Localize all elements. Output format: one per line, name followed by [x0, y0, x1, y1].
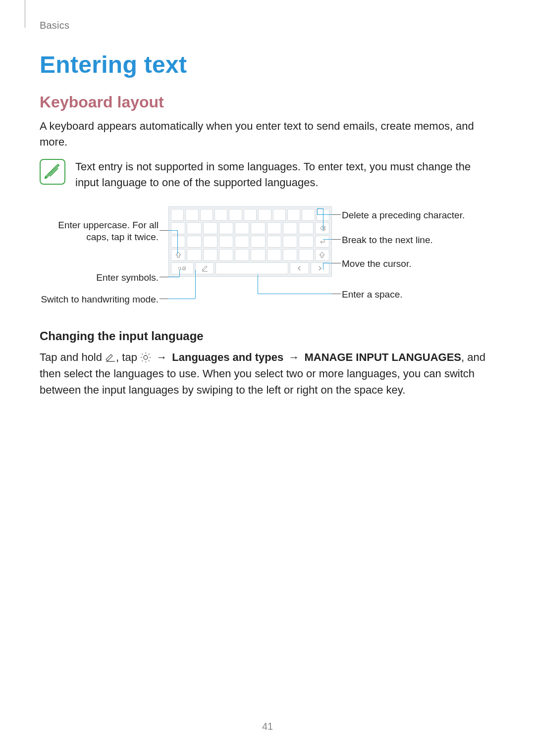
key-backspace [315, 222, 329, 234]
key-generic [299, 222, 313, 234]
breadcrumb: Basics [40, 20, 495, 31]
callout-leader [323, 239, 332, 240]
key-generic [299, 236, 313, 248]
page-number: 41 [0, 721, 535, 732]
key-generic [283, 249, 297, 261]
key-generic [203, 236, 217, 248]
leader-dash [332, 294, 341, 294]
instr-text: , tap [116, 351, 140, 363]
callout-leader [258, 294, 332, 294]
key-generic [283, 222, 297, 234]
key-generic [171, 222, 185, 234]
leader-dash [160, 277, 168, 277]
shift-icon [175, 252, 181, 258]
callout-space: Enter a space. [342, 289, 403, 301]
note-pencil-icon [40, 159, 65, 185]
leader-dash [160, 299, 168, 299]
key-handwriting [195, 262, 214, 274]
key-generic [171, 236, 185, 248]
instr-text: Tap and hold [40, 351, 105, 363]
instr-bold-2: MANAGE INPUT LANGUAGES [304, 351, 461, 363]
key-generic [235, 249, 249, 261]
note-text: Text entry is not supported in some lang… [75, 159, 495, 191]
callout-leader [317, 208, 318, 214]
instr-bold-1: Languages and types [172, 351, 283, 363]
callout-leader [168, 277, 179, 277]
key-generic [219, 249, 233, 261]
callout-leader [177, 230, 178, 254]
handwriting-mode-icon [201, 265, 208, 272]
callout-delete: Delete a preceding character. [342, 209, 465, 222]
page: Basics Entering text Keyboard layout A k… [0, 0, 535, 756]
callout-leader [179, 270, 180, 277]
key-shift [171, 249, 185, 261]
key-generic [235, 222, 249, 234]
callout-cursor: Move the cursor. [342, 258, 411, 270]
key-generic [251, 236, 265, 248]
changing-input-language-paragraph: Tap and hold , tap → Languages and types… [40, 349, 495, 398]
arrow-icon: → [286, 351, 301, 363]
key-generic [267, 249, 281, 261]
key-generic [244, 209, 257, 221]
subheading-changing-input-language: Changing the input language [40, 329, 495, 343]
key-generic [283, 236, 297, 248]
key-generic [267, 236, 281, 248]
key-generic [251, 222, 265, 234]
leader-dash [332, 239, 341, 240]
page-title: Entering text [40, 51, 495, 78]
key-generic [187, 222, 201, 234]
leader-dash [332, 214, 341, 215]
callout-break: Break to the next line. [342, 234, 433, 247]
note-block: Text entry is not supported in some lang… [40, 159, 495, 191]
key-shift [315, 249, 329, 261]
page-side-rule [25, 0, 25, 28]
key-generic [267, 222, 281, 234]
callout-uppercase: Enter uppercase. For all caps, tap it tw… [40, 219, 159, 244]
svg-point-0 [144, 355, 148, 359]
callout-leader [323, 263, 323, 270]
key-cursor-right [311, 262, 329, 274]
key-generic [299, 249, 313, 261]
key-generic [229, 209, 242, 221]
callout-leader [195, 270, 196, 299]
key-generic [258, 209, 271, 221]
key-generic [203, 222, 217, 234]
keyboard-diagram: !1@ Delete [40, 205, 495, 309]
arrow-icon: → [154, 351, 169, 363]
leader-dash [332, 263, 341, 263]
chevron-right-icon [318, 265, 322, 271]
key-generic [273, 209, 286, 221]
key-generic [203, 249, 217, 261]
key-symbols: !1@ [171, 262, 194, 274]
intro-paragraph: A keyboard appears automatically when yo… [40, 118, 495, 150]
backspace-icon [319, 225, 325, 231]
key-space [215, 262, 288, 274]
key-generic [171, 209, 184, 221]
key-generic [185, 209, 198, 221]
handwriting-mode-icon [105, 351, 116, 360]
key-generic [251, 249, 265, 261]
key-generic [187, 249, 201, 261]
callout-leader [168, 299, 195, 299]
callout-leader [168, 230, 177, 231]
note-pencil-icon-svg [44, 163, 61, 180]
key-generic [219, 222, 233, 234]
key-enter [315, 236, 329, 248]
key-cursor-left [290, 262, 309, 274]
key-generic [287, 209, 300, 221]
callout-handwriting: Switch to handwriting mode. [41, 294, 159, 306]
key-generic [219, 236, 233, 248]
keyboard: !1@ [168, 206, 332, 277]
shift-icon [319, 252, 325, 258]
key-generic [200, 209, 213, 221]
callout-leader [323, 263, 332, 263]
section-heading-keyboard-layout: Keyboard layout [40, 93, 495, 111]
callout-leader [317, 208, 323, 209]
settings-gear-icon [140, 351, 151, 360]
key-generic [187, 236, 201, 248]
callout-leader [317, 214, 332, 215]
chevron-left-icon [297, 265, 302, 271]
callout-leader [258, 275, 258, 294]
callout-symbols: Enter symbols. [96, 272, 159, 284]
callout-leader [323, 208, 323, 230]
